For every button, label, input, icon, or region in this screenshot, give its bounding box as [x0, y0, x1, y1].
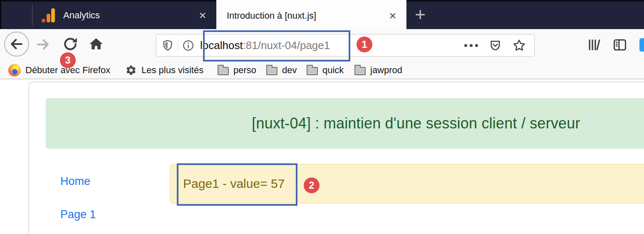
new-tab-button[interactable]: +	[410, 5, 431, 25]
annotation-rect-alert	[177, 163, 297, 206]
bookmark-folder-jawprod[interactable]: jawprod	[354, 62, 402, 78]
tracking-protection-shield-icon[interactable]	[162, 39, 173, 52]
annotation-badge-3: 3	[60, 52, 76, 68]
home-icon	[88, 36, 104, 52]
bookmark-label: Les plus visités	[141, 65, 203, 76]
tab-nuxt-inner[interactable]: Introduction à [nuxt.js] ×	[216, 2, 406, 29]
site-info-icon[interactable]	[182, 39, 194, 52]
home-button[interactable]	[87, 35, 105, 53]
urlbar-divider	[178, 39, 178, 52]
nav-link-page1[interactable]: Page 1	[60, 208, 96, 221]
bookmark-label: perso	[233, 65, 256, 76]
back-arrow-icon	[9, 37, 24, 52]
forward-arrow-icon	[35, 37, 50, 52]
page-actions-icon[interactable]	[464, 44, 478, 47]
library-icon	[587, 37, 602, 52]
google-analytics-icon	[42, 8, 56, 22]
firefox-icon	[8, 64, 21, 76]
folder-icon	[266, 67, 277, 75]
bookmark-les-plus-visites[interactable]: Les plus visités	[125, 62, 203, 78]
page-title: [nuxt-04] : maintien d'une session clien…	[252, 115, 580, 132]
pocket-save-icon[interactable]	[489, 39, 502, 52]
folder-icon	[354, 67, 366, 75]
clipped-toolbar-icon[interactable]	[639, 38, 644, 52]
bookmark-folder-dev[interactable]: dev	[266, 62, 297, 78]
tab-analytics-label: Analytics	[63, 10, 196, 21]
bookmark-debuter-firefox[interactable]: Débuter avec Firefox	[8, 62, 110, 78]
close-tab-icon[interactable]: ×	[386, 10, 399, 22]
annotation-rect-url	[203, 30, 350, 62]
bookmark-label: jawprod	[370, 65, 402, 76]
close-tab-icon[interactable]: ×	[196, 9, 209, 22]
library-button[interactable]	[586, 37, 603, 53]
reload-icon	[62, 36, 78, 52]
folder-icon	[307, 67, 318, 75]
reload-button[interactable]	[62, 36, 79, 52]
annotation-badge-1: 1	[357, 37, 372, 52]
folder-icon	[218, 67, 229, 75]
nav-link-home[interactable]: Home	[60, 175, 90, 188]
gear-icon	[125, 64, 137, 76]
sidebars-button[interactable]	[611, 37, 629, 53]
tab-nuxt-label: Introduction à [nuxt.js]	[227, 10, 386, 21]
page-banner: [nuxt-04] : maintien d'une session clien…	[46, 98, 644, 149]
bookmark-folder-perso[interactable]: perso	[218, 62, 256, 78]
bookmark-star-icon[interactable]	[513, 39, 526, 52]
bookmark-folder-quick[interactable]: quick	[307, 62, 344, 78]
sidebar-icon	[612, 37, 628, 52]
annotation-badge-2: 2	[304, 177, 320, 193]
bookmark-label: quick	[322, 65, 344, 76]
bookmark-label: dev	[282, 65, 297, 76]
forward-button[interactable]	[35, 37, 51, 52]
tab-analytics[interactable]: Analytics ×	[32, 2, 216, 29]
back-button[interactable]	[4, 32, 29, 57]
window-left-edge	[0, 0, 1, 29]
